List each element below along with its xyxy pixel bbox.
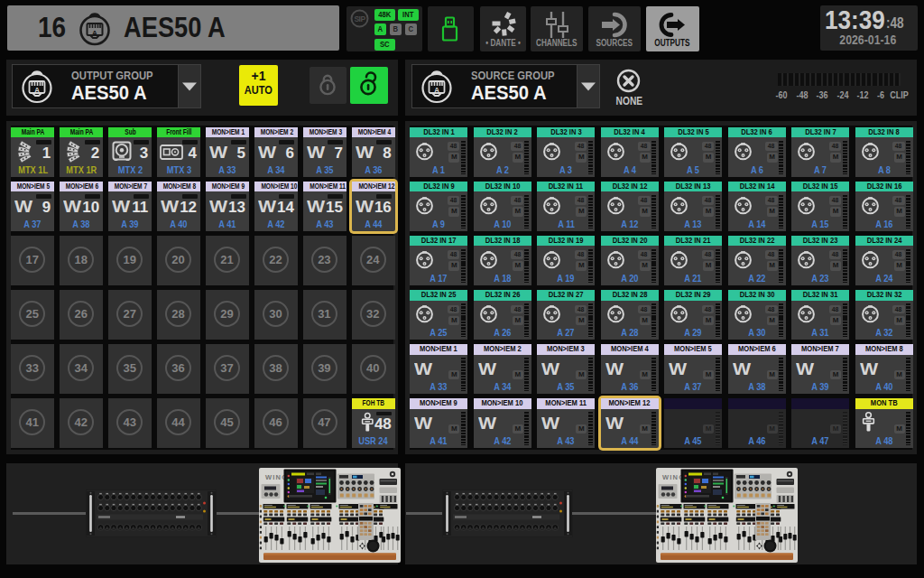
svg-text:A: A: [434, 86, 439, 95]
svg-text:A: A: [34, 86, 40, 95]
svg-text:SIP: SIP: [354, 14, 365, 23]
svg-text:A: A: [92, 29, 97, 37]
